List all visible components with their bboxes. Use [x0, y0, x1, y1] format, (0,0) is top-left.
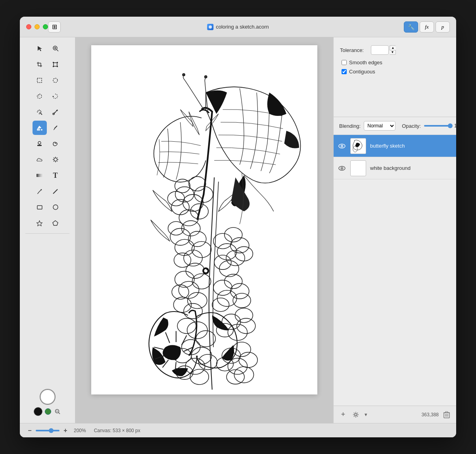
inspector-tool-button[interactable]: 🔧	[404, 21, 418, 33]
line-tool-button[interactable]	[48, 184, 63, 198]
svg-line-30	[54, 126, 57, 129]
cloud-brush-tool-button[interactable]	[33, 152, 47, 167]
blending-bar: Blending: Normal Multiply Screen Overlay…	[334, 117, 456, 135]
layer-item[interactable]: butterfly sketch	[334, 135, 456, 157]
script-tool-button[interactable]: p	[436, 21, 450, 33]
tolerance-increment-button[interactable]: ▲	[390, 45, 396, 50]
eyedropper-tool-button[interactable]	[48, 105, 63, 119]
blending-label: Blending:	[339, 123, 361, 129]
tool-grid: T	[29, 41, 67, 230]
magic-wand-tool-button[interactable]	[33, 105, 47, 119]
pen-tool-button[interactable]	[33, 184, 47, 198]
inspector-area: Tolerance: 1 ▲ ▼ Smooth edges Cont	[334, 37, 456, 117]
zoom-slider-thumb	[49, 428, 54, 433]
svg-point-44	[41, 189, 42, 190]
stamp-tool-button[interactable]	[33, 137, 47, 151]
tool-bottom-row	[34, 407, 61, 416]
svg-line-40	[57, 161, 58, 162]
svg-point-29	[41, 129, 42, 131]
contiguous-row: Contiguous	[342, 69, 450, 75]
svg-rect-14	[57, 66, 58, 67]
svg-line-23	[38, 110, 38, 111]
layer-item[interactable]: white background	[334, 157, 456, 179]
svg-rect-13	[53, 66, 54, 67]
svg-marker-48	[37, 221, 42, 226]
fx-icon: fx	[425, 24, 428, 30]
background-color-swatch[interactable]	[45, 408, 51, 415]
zoom-status-icon[interactable]	[54, 408, 61, 416]
text-tool-button[interactable]: T	[48, 168, 63, 183]
sidebar-toggle-button[interactable]: ⊞	[48, 21, 61, 33]
svg-point-47	[53, 205, 58, 210]
smudge-tool-button[interactable]	[48, 137, 63, 151]
svg-point-126	[206, 269, 207, 270]
magic-lasso-tool-button[interactable]	[48, 89, 63, 103]
opacity-slider[interactable]	[424, 125, 452, 127]
star-tool-button[interactable]	[33, 216, 47, 230]
text-icon: T	[53, 171, 58, 180]
svg-rect-25	[56, 109, 58, 112]
maximize-button[interactable]	[43, 24, 48, 29]
color-preview[interactable]	[40, 389, 56, 405]
zoom-level: 200%	[74, 428, 86, 433]
ellipse-select-tool-button[interactable]	[48, 73, 63, 87]
ellipse-shape-tool-button[interactable]	[48, 200, 63, 214]
zoom-in-button[interactable]: +	[62, 427, 69, 434]
zoom-tool-button[interactable]	[48, 41, 63, 56]
foreground-color-swatch[interactable]	[34, 407, 42, 416]
gradient-tool-button[interactable]	[33, 168, 47, 183]
polygon-tool-button[interactable]	[48, 216, 63, 230]
tolerance-input[interactable]: 1	[371, 45, 389, 55]
opacity-value: 100%	[454, 123, 456, 129]
smooth-edges-checkbox[interactable]	[342, 60, 347, 65]
svg-rect-12	[57, 62, 58, 63]
lasso-tool-button[interactable]	[33, 89, 47, 103]
tolerance-label: Tolerance:	[340, 47, 368, 53]
layer-settings-button[interactable]	[351, 410, 361, 419]
tolerance-decrement-button[interactable]: ▼	[390, 50, 396, 55]
layers-section: Blending: Normal Multiply Screen Overlay…	[334, 117, 456, 423]
blending-select[interactable]: Normal Multiply Screen Overlay	[364, 121, 395, 131]
contiguous-label[interactable]: Contiguous	[349, 69, 375, 75]
svg-point-31	[38, 141, 41, 144]
inspector-icon: 🔧	[408, 24, 415, 30]
close-button[interactable]	[26, 24, 31, 29]
svg-rect-46	[37, 206, 42, 209]
smooth-edges-label[interactable]: Smooth edges	[349, 60, 382, 65]
canvas-area[interactable]	[75, 37, 333, 423]
fx-tool-button[interactable]: fx	[420, 21, 434, 33]
contiguous-checkbox[interactable]	[342, 69, 347, 74]
dodge-burn-tool-button[interactable]	[48, 152, 63, 167]
svg-point-135	[355, 414, 357, 416]
rect-select-tool-button[interactable]	[33, 73, 47, 87]
arrow-tool-button[interactable]	[33, 41, 47, 56]
zoom-out-button[interactable]: −	[26, 427, 33, 434]
smooth-edges-row: Smooth edges	[342, 60, 450, 65]
layer-coordinates: 363,388	[422, 412, 439, 417]
crop-tool-button[interactable]	[33, 57, 47, 71]
svg-line-42	[54, 161, 54, 162]
svg-point-17	[53, 96, 54, 97]
minimize-button[interactable]	[35, 24, 40, 29]
layer-visibility-toggle[interactable]	[338, 142, 346, 150]
svg-rect-10	[54, 63, 57, 66]
add-layer-button[interactable]: +	[338, 410, 348, 419]
brush-tool-button[interactable]	[48, 121, 63, 135]
paint-bucket-tool-button[interactable]	[33, 121, 47, 135]
svg-point-54	[182, 73, 185, 76]
canvas-info: Canvas: 533 × 800 px	[94, 428, 140, 433]
file-icon	[207, 24, 213, 30]
title-bar-center: coloring a sketch.acorn	[207, 24, 269, 30]
zoom-controls: − +	[26, 427, 69, 434]
layer-settings-arrow: ▾	[365, 412, 367, 417]
zoom-slider[interactable]	[36, 430, 60, 431]
rect-shape-tool-button[interactable]	[33, 200, 47, 214]
svg-marker-49	[53, 221, 58, 225]
transform-tool-button[interactable]	[48, 57, 63, 71]
trash-icon	[443, 411, 450, 418]
tool-bottom	[31, 386, 65, 419]
canvas-drawing	[91, 45, 317, 394]
layer-thumbnail	[350, 138, 366, 154]
layer-visibility-toggle[interactable]	[338, 164, 346, 173]
delete-layer-button[interactable]	[442, 410, 451, 419]
